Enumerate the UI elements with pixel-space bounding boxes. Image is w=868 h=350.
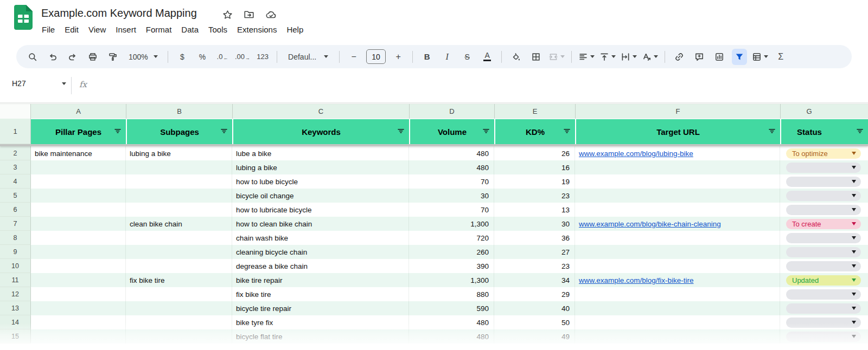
row-header-4[interactable]: 4 <box>0 174 31 189</box>
cell-C10[interactable]: degrease a bike chain <box>232 259 409 273</box>
text-rotation-button[interactable] <box>642 49 658 65</box>
increase-font-size-button[interactable]: + <box>391 49 406 65</box>
cell-B11[interactable]: fix bike tire <box>126 273 232 287</box>
cell-G15[interactable] <box>780 329 868 343</box>
filter-button[interactable] <box>397 127 405 137</box>
cell-A6[interactable] <box>31 203 126 217</box>
cell-F3[interactable] <box>575 160 780 174</box>
row-header-9[interactable]: 9 <box>0 245 31 259</box>
cell-G11[interactable]: Updated <box>780 273 868 287</box>
cell-D8[interactable]: 720 <box>409 231 494 245</box>
filter-button[interactable] <box>856 127 864 137</box>
cell-A3[interactable] <box>31 160 126 174</box>
cell-B10[interactable] <box>126 259 232 273</box>
status-dropdown[interactable] <box>786 317 861 328</box>
bold-button[interactable]: B <box>419 49 435 65</box>
move-to-folder-icon[interactable] <box>244 9 254 20</box>
status-dropdown[interactable] <box>786 247 861 257</box>
header-cell-B1[interactable]: Subpages <box>126 119 232 144</box>
table-tools-button[interactable] <box>752 49 768 65</box>
header-filter-icon[interactable] <box>114 127 122 135</box>
cell-D5[interactable]: 30 <box>409 189 494 203</box>
cell-G9[interactable] <box>780 245 868 259</box>
search-button[interactable] <box>25 49 40 65</box>
row-header-5[interactable]: 5 <box>0 189 31 203</box>
cell-D2[interactable]: 480 <box>409 146 494 160</box>
cell-B4[interactable] <box>126 174 232 189</box>
filter-button[interactable] <box>563 127 571 137</box>
cell-E6[interactable]: 13 <box>494 203 575 217</box>
font-family-select[interactable]: Defaul... <box>284 49 333 65</box>
row-header-7[interactable]: 7 <box>0 217 31 231</box>
column-letter-E[interactable]: E <box>494 104 575 119</box>
menu-insert[interactable]: Insert <box>111 24 141 35</box>
cell-F11[interactable]: www.example.com/blog/fix-bike-tire <box>575 273 780 287</box>
menu-data[interactable]: Data <box>176 24 203 35</box>
cell-D7[interactable]: 1,300 <box>409 217 494 231</box>
header-cell-E1[interactable]: KD% <box>494 119 575 144</box>
cell-D11[interactable]: 1,300 <box>409 273 494 287</box>
header-filter-icon[interactable] <box>563 127 571 135</box>
cell-D9[interactable]: 260 <box>409 245 494 259</box>
column-letter-A[interactable]: A <box>31 104 126 119</box>
target-url-link[interactable]: www.example.com/blog/lubing-bike <box>579 150 693 158</box>
cell-E14[interactable]: 50 <box>494 315 575 329</box>
print-button[interactable] <box>85 49 100 65</box>
cell-C12[interactable]: fix bike tire <box>232 287 409 301</box>
cell-E2[interactable]: 26 <box>494 146 575 160</box>
column-letter-B[interactable]: B <box>126 104 232 119</box>
cell-B9[interactable] <box>126 245 232 259</box>
cell-F9[interactable] <box>575 245 780 259</box>
menu-help[interactable]: Help <box>282 24 308 35</box>
format-currency-button[interactable]: $ <box>175 49 190 65</box>
cell-C14[interactable]: bike tyre fix <box>232 315 409 329</box>
cell-A11[interactable] <box>31 273 126 287</box>
cell-G2[interactable]: To optimize <box>780 146 868 160</box>
cell-E15[interactable]: 49 <box>494 329 575 343</box>
cell-G14[interactable] <box>780 315 868 329</box>
target-url-link[interactable]: www.example.com/blog/bike-chain-cleaning <box>579 220 721 228</box>
cell-E12[interactable]: 29 <box>494 287 575 301</box>
cell-C11[interactable]: bike tire repair <box>232 273 409 287</box>
column-letter-D[interactable]: D <box>409 104 494 119</box>
redo-button[interactable] <box>65 49 80 65</box>
header-filter-icon[interactable] <box>220 127 228 135</box>
text-color-button[interactable]: A <box>480 49 495 65</box>
functions-button[interactable]: Σ <box>773 49 788 65</box>
target-url-link[interactable]: www.example.com/blog/fix-bike-tire <box>579 276 694 284</box>
cell-F12[interactable] <box>575 287 780 301</box>
cell-C7[interactable]: how to clean bike chain <box>232 217 409 231</box>
cell-D3[interactable]: 480 <box>409 160 494 174</box>
cell-D13[interactable]: 590 <box>409 301 494 315</box>
cell-C13[interactable]: bicycle tire repair <box>232 301 409 315</box>
menu-extensions[interactable]: Extensions <box>232 24 282 35</box>
menu-format[interactable]: Format <box>141 24 177 35</box>
cell-C4[interactable]: how to lube bicycle <box>232 174 409 189</box>
cell-F7[interactable]: www.example.com/blog/bike-chain-cleaning <box>575 217 780 231</box>
status-dropdown[interactable] <box>786 332 861 342</box>
cell-B15[interactable] <box>126 329 232 343</box>
filter-button[interactable] <box>220 127 228 137</box>
header-filter-icon[interactable] <box>856 127 864 135</box>
cell-A8[interactable] <box>31 231 126 245</box>
header-cell-D1[interactable]: Volume <box>409 119 494 144</box>
insert-comment-button[interactable] <box>692 49 707 65</box>
cell-F4[interactable] <box>575 174 780 189</box>
cell-F6[interactable] <box>575 203 780 217</box>
filter-button[interactable] <box>768 127 776 137</box>
menu-tools[interactable]: Tools <box>203 24 232 35</box>
cell-F10[interactable] <box>575 259 780 273</box>
header-cell-C1[interactable]: Keywords <box>232 119 409 144</box>
cell-B5[interactable] <box>126 189 232 203</box>
status-dropdown[interactable] <box>786 191 861 201</box>
cell-D14[interactable]: 480 <box>409 315 494 329</box>
cell-B6[interactable] <box>126 203 232 217</box>
font-size-input[interactable]: 10 <box>366 49 386 64</box>
menu-file[interactable]: File <box>37 24 60 35</box>
column-letter-G[interactable]: G <box>780 104 868 119</box>
cell-C6[interactable]: how to lubricate bicycle <box>232 203 409 217</box>
decrease-font-size-button[interactable]: − <box>346 49 361 65</box>
cell-A12[interactable] <box>31 287 126 301</box>
cell-A13[interactable] <box>31 301 126 315</box>
status-dropdown[interactable] <box>786 303 861 314</box>
